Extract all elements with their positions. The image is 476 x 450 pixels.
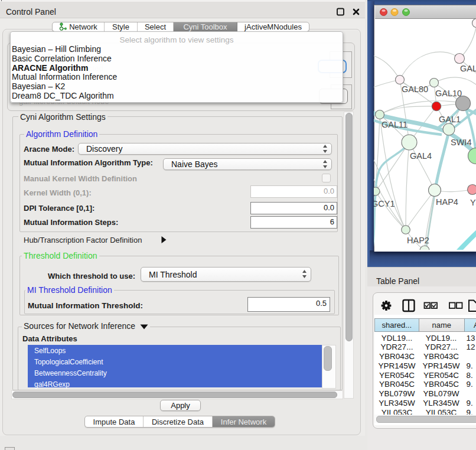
- svg-text:SWI4: SWI4: [451, 138, 471, 147]
- svg-text:YJ: YJ: [470, 198, 476, 207]
- svg-text:GAL80: GAL80: [402, 84, 428, 94]
- svg-text:GAL2: GAL2: [460, 64, 476, 73]
- svg-text:GCY1: GCY1: [374, 199, 395, 208]
- svg-text:GAL1: GAL1: [439, 115, 461, 124]
- svg-text:GAL4: GAL4: [410, 151, 432, 161]
- svg-text:HAP4: HAP4: [436, 197, 458, 207]
- svg-text:GAL10: GAL10: [435, 89, 462, 98]
- svg-text:GAL11: GAL11: [382, 120, 407, 129]
- svg-text:HAP2: HAP2: [407, 236, 429, 245]
